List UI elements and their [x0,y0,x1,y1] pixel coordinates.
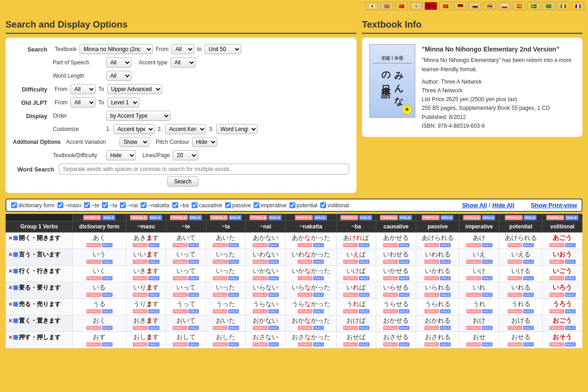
filter-passive[interactable]: passive [225,202,251,209]
pc-select[interactable]: Hide [192,137,217,147]
ta-cell: いったFEMALEMALE [206,266,246,282]
row-remove-icon[interactable]: ✕ [8,285,12,291]
cust-3-select[interactable]: Word Lengt [216,124,258,134]
filter-ta[interactable]: ~ta [102,202,117,209]
filter-dictionary-form[interactable]: dictionary form [11,202,55,209]
flag-english[interactable]: 🇬🇧 [380,2,393,10]
jlpt-from-select[interactable]: All [70,97,96,108]
table-row: ✕ 売る・売ります うるFEMALEMALE うりますFEMALEMALE うっ… [6,299,582,315]
diff-to-select[interactable]: Upper Advanced [107,84,162,94]
cb-te[interactable] [84,202,90,208]
verb-text: 押す・押します [19,333,61,341]
verb-cell: ✕ 言う・言います [6,249,73,266]
imperative-cell: うれFEMALEMALE [459,299,499,315]
imperative-cell: いれFEMALEMALE [459,282,499,299]
flag-korean[interactable]: 🇰🇷 [410,2,423,10]
filter-ba[interactable]: ~ba [172,202,189,209]
cust-2-select[interactable]: Accent Keri [165,124,206,134]
th-ta-flags: FEMALEMALE [206,214,246,221]
table-row: ✕ 行く・行きます いくFEMALEMALE いきますFEMALEMALE いっ… [6,266,582,282]
accent-select[interactable]: All [170,57,196,68]
te-cell: いってFEMALEMALE [166,249,206,266]
flag-swedish[interactable]: 🇸🇪 [527,2,540,10]
filter-imperative[interactable]: imperative [254,202,286,209]
nakatta-cell: うらなかったFEMALEMALE [286,299,337,315]
flag-chinese-traditional[interactable]: 🇨🇳 [395,2,408,10]
flag-brazilian[interactable]: 🇧🇷 [542,2,555,10]
row-remove-icon[interactable]: ✕ [8,318,12,324]
causative-cell: おかせるFEMALEMALE [376,315,416,332]
filter-volitional[interactable]: volitional [320,202,349,209]
flag-thai[interactable]: 🇹🇭 [483,2,496,10]
cb-volitional[interactable] [320,202,326,208]
diff-from-select[interactable]: All [70,84,96,94]
flag-french[interactable]: 🇫🇷 [571,2,584,10]
row-remove-icon[interactable]: ✕ [8,235,12,241]
hide-all-link[interactable]: Hide All [492,202,514,209]
cb-causative[interactable] [192,202,198,208]
masu-cell: いいますFEMALEMALE [126,249,166,266]
ta-cell: あいたFEMALEMALE [206,233,246,249]
dict-cell: いくFEMALEMALE [73,266,126,282]
flag-vietnamese[interactable]: 🇻🇳 [439,2,452,10]
flag-german[interactable]: 🇩🇪 [454,2,467,10]
nai-cell: いかないFEMALEMALE [246,266,286,282]
dict-cell: うるFEMALEMALE [73,299,126,315]
row-remove-icon[interactable]: ✕ [8,335,12,341]
filter-masu[interactable]: ~masu [57,202,81,209]
cb-dictionary-form[interactable] [11,202,17,208]
row-remove-icon[interactable]: ✕ [8,252,12,258]
flag-chinese-simplified[interactable]: 繁中 [424,2,437,10]
cb-masu[interactable] [57,202,63,208]
pos-select[interactable]: All [106,57,131,68]
th-masu-flags: FEMALEMALE [126,214,166,221]
cb-potential[interactable] [289,202,295,208]
cb-imperative[interactable] [254,202,260,208]
cust-1-select[interactable]: Accent type [113,124,155,134]
cust-2-label: 2. [158,126,162,132]
row-remove-icon[interactable]: ✕ [8,301,12,307]
av-select[interactable]: Show [119,137,149,147]
search-button[interactable]: Search [167,176,198,187]
show-all-link[interactable]: Show All [462,202,487,209]
th-nai-label: ~nai [246,221,286,233]
jlpt-to-select[interactable]: Level 1 [107,97,139,108]
table-row: ✕ 言う・言います いうFEMALEMALE いいますFEMALEMALE いっ… [6,249,582,266]
filter-potential[interactable]: potential [289,202,317,209]
pos-row: Part of Speech All Accent type All [13,57,349,68]
word-search-input[interactable] [59,164,349,175]
filter-causative[interactable]: causative [192,202,222,209]
filter-te[interactable]: ~te [84,202,99,209]
th-ba-label: ~ba [336,221,376,233]
cb-passive[interactable] [225,202,231,208]
from-select[interactable]: All [171,44,194,54]
th-causative-flags: FEMALEMALE [376,214,416,221]
td-select[interactable]: Hide [106,150,136,160]
filter-nakatta[interactable]: ~nakatta [141,202,169,209]
wl-select[interactable]: All [106,71,131,81]
cb-ta[interactable] [102,202,108,208]
th-dict-flags: FEMALEMALE [73,214,126,221]
order-select[interactable]: by Accent Type [106,111,170,121]
cb-nai[interactable] [120,202,126,208]
td-row: Textbook/Difficulty Hide Lines/Page 20 [13,150,349,160]
filter-nai[interactable]: ~nai [120,202,138,209]
flag-japanese[interactable]: 🇯🇵 [366,2,379,10]
volitional-cell: いろうFEMALEMALE [543,282,582,299]
flag-russian[interactable]: 🇷🇺 [469,2,481,10]
cb-nakatta[interactable] [141,202,147,208]
row-remove-icon[interactable]: ✕ [8,268,12,274]
textbook-label: Textbook [55,46,77,52]
flag-italian[interactable]: 🇮🇹 [557,2,570,10]
conjugation-table: FEMALEMALE FEMALEMALE FEMALEMALE FEMALEM… [6,214,582,348]
row-color-indicator [13,252,18,257]
textbook-inner: 初級 I 本冊 みんなの日本語 本 "Minna No Nihongo Elem… [362,38,582,137]
flag-spanish[interactable]: 🇪🇸 [513,2,526,10]
flag-polish[interactable]: 🇵🇱 [498,2,511,10]
show-print-link[interactable]: Show Print-view [531,202,577,209]
textbook-select[interactable]: Minna no Nihongo (2nc [79,44,153,54]
to-select[interactable]: Unit 50 [204,44,241,54]
lp-select[interactable]: 20 [173,150,198,160]
cb-ba[interactable] [172,202,178,208]
td-label: Textbook/Difficulty [53,152,103,159]
